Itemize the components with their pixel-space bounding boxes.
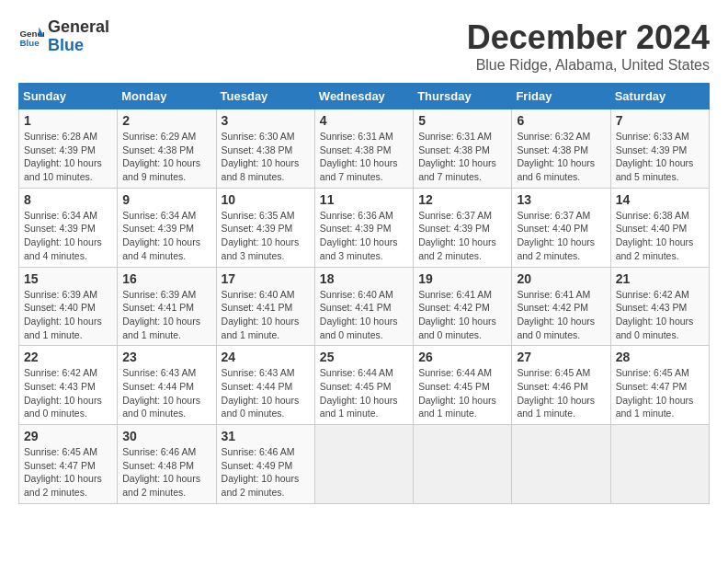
day-number: 24 [222,350,310,364]
day-info: Sunrise: 6:37 AMSunset: 4:40 PMDaylight:… [517,209,605,263]
day-number: 16 [122,271,210,286]
day-number: 26 [418,350,506,364]
calendar-day-14: 14Sunrise: 6:38 AMSunset: 4:40 PMDayligh… [610,188,709,267]
calendar-day-2: 2Sunrise: 6:29 AMSunset: 4:38 PMDaylight… [118,109,216,189]
day-number: 27 [517,350,605,364]
calendar-header-monday: Monday [118,84,216,109]
calendar-day-10: 10Sunrise: 6:35 AMSunset: 4:39 PMDayligh… [216,188,314,267]
calendar-table: SundayMondayTuesdayWednesdayThursdayFrid… [18,83,710,504]
calendar-day-21: 21Sunrise: 6:42 AMSunset: 4:43 PMDayligh… [610,267,709,346]
day-number: 7 [616,113,704,128]
day-info: Sunrise: 6:45 AMSunset: 4:47 PMDaylight:… [616,366,704,420]
day-info: Sunrise: 6:34 AMSunset: 4:39 PMDaylight:… [24,209,112,263]
day-info: Sunrise: 6:29 AMSunset: 4:38 PMDaylight:… [122,130,210,184]
calendar-week-row: 1Sunrise: 6:28 AMSunset: 4:39 PMDaylight… [19,109,710,189]
calendar-week-row: 15Sunrise: 6:39 AMSunset: 4:40 PMDayligh… [19,267,710,346]
logo-text: General Blue [48,18,109,55]
day-info: Sunrise: 6:44 AMSunset: 4:45 PMDaylight:… [320,366,408,420]
day-number: 18 [320,271,408,286]
day-number: 28 [616,350,704,364]
calendar-day-4: 4Sunrise: 6:31 AMSunset: 4:38 PMDaylight… [314,109,413,189]
day-info: Sunrise: 6:44 AMSunset: 4:45 PMDaylight:… [418,366,506,420]
day-number: 8 [24,192,112,207]
calendar-header-sunday: Sunday [19,84,118,109]
calendar-day-13: 13Sunrise: 6:37 AMSunset: 4:40 PMDayligh… [512,188,610,267]
day-info: Sunrise: 6:39 AMSunset: 4:40 PMDaylight:… [24,288,112,342]
day-number: 10 [222,192,310,207]
calendar-header-tuesday: Tuesday [216,84,314,109]
day-number: 13 [517,192,605,207]
calendar-week-row: 22Sunrise: 6:42 AMSunset: 4:43 PMDayligh… [19,346,710,425]
day-info: Sunrise: 6:38 AMSunset: 4:40 PMDaylight:… [616,209,704,263]
svg-text:Blue: Blue [19,38,40,48]
calendar-day-18: 18Sunrise: 6:40 AMSunset: 4:41 PMDayligh… [314,267,413,346]
day-info: Sunrise: 6:42 AMSunset: 4:43 PMDaylight:… [616,288,704,342]
day-number: 12 [418,192,506,207]
calendar-day-12: 12Sunrise: 6:37 AMSunset: 4:39 PMDayligh… [414,188,512,267]
month-title: December 2024 [467,18,710,57]
calendar-day-29: 29Sunrise: 6:45 AMSunset: 4:47 PMDayligh… [19,425,118,504]
calendar-day-27: 27Sunrise: 6:45 AMSunset: 4:46 PMDayligh… [512,346,610,425]
day-info: Sunrise: 6:31 AMSunset: 4:38 PMDaylight:… [320,130,408,184]
calendar-day-30: 30Sunrise: 6:46 AMSunset: 4:48 PMDayligh… [118,425,216,504]
day-number: 19 [418,271,506,286]
day-number: 30 [122,429,210,443]
calendar-day-31: 31Sunrise: 6:46 AMSunset: 4:49 PMDayligh… [216,425,314,504]
calendar-header-friday: Friday [512,84,610,109]
logo-icon: General Blue [18,24,44,50]
calendar-week-row: 29Sunrise: 6:45 AMSunset: 4:47 PMDayligh… [19,425,710,504]
calendar-header-thursday: Thursday [414,84,512,109]
calendar-day-empty [610,425,709,504]
title-area: December 2024 Blue Ridge, Alabama, Unite… [467,18,710,74]
calendar-day-19: 19Sunrise: 6:41 AMSunset: 4:42 PMDayligh… [414,267,512,346]
day-number: 4 [320,113,408,128]
day-number: 11 [320,192,408,207]
day-info: Sunrise: 6:30 AMSunset: 4:38 PMDaylight:… [222,130,310,184]
day-number: 20 [517,271,605,286]
day-number: 9 [122,192,210,207]
day-info: Sunrise: 6:33 AMSunset: 4:39 PMDaylight:… [616,130,704,184]
day-number: 2 [122,113,210,128]
day-info: Sunrise: 6:43 AMSunset: 4:44 PMDaylight:… [122,366,210,420]
day-info: Sunrise: 6:39 AMSunset: 4:41 PMDaylight:… [122,288,210,342]
day-info: Sunrise: 6:41 AMSunset: 4:42 PMDaylight:… [418,288,506,342]
day-info: Sunrise: 6:46 AMSunset: 4:48 PMDaylight:… [122,445,210,500]
calendar-day-5: 5Sunrise: 6:31 AMSunset: 4:38 PMDaylight… [414,109,512,189]
calendar-day-15: 15Sunrise: 6:39 AMSunset: 4:40 PMDayligh… [19,267,118,346]
day-number: 22 [24,350,112,364]
day-info: Sunrise: 6:34 AMSunset: 4:39 PMDaylight:… [122,209,210,263]
calendar-day-16: 16Sunrise: 6:39 AMSunset: 4:41 PMDayligh… [118,267,216,346]
day-info: Sunrise: 6:40 AMSunset: 4:41 PMDaylight:… [222,288,310,342]
calendar-day-empty [414,425,512,504]
calendar-day-empty [314,425,413,504]
calendar-day-28: 28Sunrise: 6:45 AMSunset: 4:47 PMDayligh… [610,346,709,425]
day-info: Sunrise: 6:37 AMSunset: 4:39 PMDaylight:… [418,209,506,263]
day-number: 3 [222,113,310,128]
calendar-day-1: 1Sunrise: 6:28 AMSunset: 4:39 PMDaylight… [19,109,118,189]
day-info: Sunrise: 6:46 AMSunset: 4:49 PMDaylight:… [222,445,310,500]
day-info: Sunrise: 6:42 AMSunset: 4:43 PMDaylight:… [24,366,112,420]
day-number: 23 [122,350,210,364]
calendar-day-22: 22Sunrise: 6:42 AMSunset: 4:43 PMDayligh… [19,346,118,425]
location-title: Blue Ridge, Alabama, United States [467,57,710,74]
day-info: Sunrise: 6:28 AMSunset: 4:39 PMDaylight:… [24,130,112,184]
calendar-day-9: 9Sunrise: 6:34 AMSunset: 4:39 PMDaylight… [118,188,216,267]
day-info: Sunrise: 6:36 AMSunset: 4:39 PMDaylight:… [320,209,408,263]
day-number: 31 [222,429,310,443]
day-info: Sunrise: 6:43 AMSunset: 4:44 PMDaylight:… [222,366,310,420]
calendar-day-empty [512,425,610,504]
logo-line2: Blue [48,37,109,55]
day-number: 6 [517,113,605,128]
calendar-day-6: 6Sunrise: 6:32 AMSunset: 4:38 PMDaylight… [512,109,610,189]
day-info: Sunrise: 6:45 AMSunset: 4:47 PMDaylight:… [24,445,112,500]
day-number: 21 [616,271,704,286]
calendar-header-saturday: Saturday [610,84,709,109]
calendar-day-26: 26Sunrise: 6:44 AMSunset: 4:45 PMDayligh… [414,346,512,425]
calendar-day-17: 17Sunrise: 6:40 AMSunset: 4:41 PMDayligh… [216,267,314,346]
page-header: General Blue General Blue December 2024 … [18,18,710,74]
day-number: 5 [418,113,506,128]
calendar-day-25: 25Sunrise: 6:44 AMSunset: 4:45 PMDayligh… [314,346,413,425]
calendar-day-20: 20Sunrise: 6:41 AMSunset: 4:42 PMDayligh… [512,267,610,346]
day-info: Sunrise: 6:32 AMSunset: 4:38 PMDaylight:… [517,130,605,184]
day-number: 14 [616,192,704,207]
